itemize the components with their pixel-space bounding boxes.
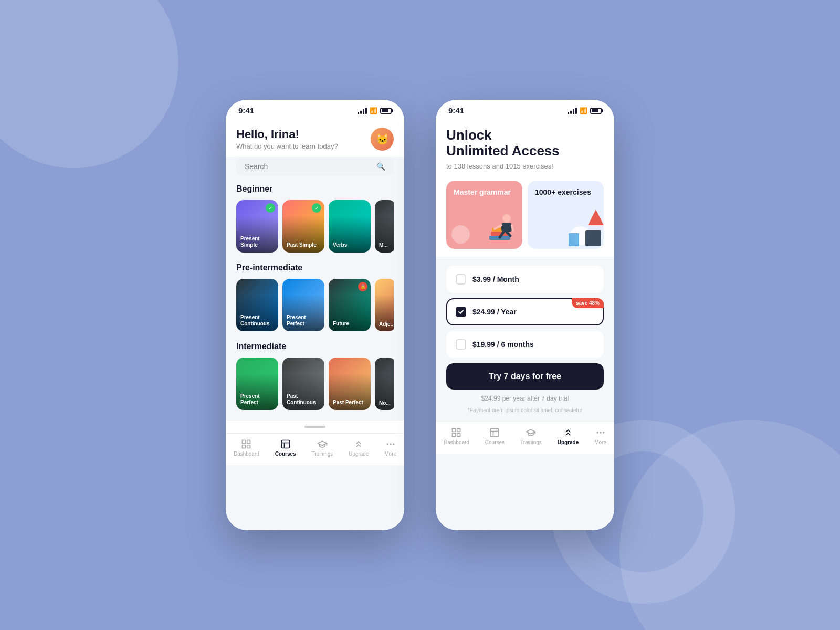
course-past-simple[interactable]: ✓ Past Simple (282, 200, 324, 253)
nav-upgrade-2[interactable]: Upgrade (558, 427, 579, 445)
course-future[interactable]: 🔒 Future (329, 279, 371, 331)
svg-point-32 (597, 432, 598, 433)
trainings-icon-2 (526, 427, 536, 438)
cta-button[interactable]: Try 7 days for free (446, 363, 604, 390)
courses-icon-2 (489, 427, 500, 438)
nav-courses-2[interactable]: Courses (485, 427, 505, 445)
svg-rect-1 (247, 440, 250, 444)
nav-label-courses-1: Courses (275, 451, 296, 457)
course-present-continuous[interactable]: Present Continuous (236, 279, 278, 331)
bg-decoration-1 (0, 0, 178, 168)
feature-cards: Master grammar (436, 181, 614, 257)
upgrade-icon-2 (563, 427, 573, 438)
svg-rect-14 (501, 223, 512, 232)
feature-card-grammar: Master grammar (446, 181, 522, 249)
pricing-yearly[interactable]: $24.99 / Year save 48% (446, 298, 604, 326)
nav-label-trainings-1: Trainings (312, 451, 333, 457)
phone1-header: Hello, Irina! What do you want to learn … (226, 119, 404, 157)
intermediate-cards: Present Perfect Past Continuous Past Per… (236, 358, 394, 410)
svg-rect-0 (243, 440, 246, 444)
feature-card-exercises: 1000+ exercises (528, 181, 604, 249)
svg-rect-2 (243, 445, 246, 448)
wifi-icon: 📶 (370, 107, 377, 114)
svg-rect-23 (453, 428, 456, 432)
screens-container: 9:41 📶 Hello, Irina! What do you want to… (226, 100, 614, 530)
course-present-perfect-int[interactable]: Present Perfect (236, 358, 278, 410)
nav-courses-1[interactable]: Courses (275, 439, 296, 457)
svg-rect-22 (569, 233, 579, 246)
save-badge: save 48% (572, 298, 604, 308)
nav-label-dashboard-2: Dashboard (444, 439, 469, 445)
nav-trainings-1[interactable]: Trainings (312, 439, 333, 457)
pricing-label-yearly: $24.99 / Year (472, 308, 517, 316)
svg-rect-27 (491, 428, 499, 436)
search-input[interactable] (245, 162, 372, 171)
course-label: Present Simple (240, 236, 274, 248)
svg-rect-3 (247, 445, 250, 448)
course-past-perfect[interactable]: Past Perfect (329, 358, 371, 410)
nav-trainings-2[interactable]: Trainings (520, 427, 542, 445)
course-label: Verbs (333, 242, 366, 248)
signal-icon (358, 108, 367, 114)
svg-point-9 (387, 444, 388, 445)
search-bar[interactable]: 🔍 (236, 157, 394, 176)
status-icons-1: 📶 (358, 107, 392, 114)
pricing-label-biannual: $19.99 / 6 months (472, 340, 534, 349)
svg-line-16 (512, 225, 513, 230)
nav-label-more-1: More (384, 451, 396, 457)
course-present-simple[interactable]: ✓ Present Simple (236, 200, 278, 253)
nav-dashboard-2[interactable]: Dashboard (444, 427, 469, 445)
nav-label-trainings-2: Trainings (520, 439, 542, 445)
status-bar-2: 9:41 📶 (436, 100, 614, 119)
course-verbs[interactable]: Verbs (329, 200, 371, 253)
status-icons-2: 📶 (568, 107, 602, 114)
pre-intermediate-section: Pre-intermediate Present Continuous Pres… (226, 263, 404, 335)
bottom-nav-1: Dashboard Courses Trainings Upgrade More (226, 433, 404, 465)
status-bar-1: 9:41 📶 (226, 100, 404, 119)
course-label: Present Perfect (287, 314, 320, 327)
course-past-continuous[interactable]: Past Continuous (282, 358, 324, 410)
search-icon: 🔍 (376, 162, 385, 171)
nav-label-more-2: More (594, 439, 606, 445)
svg-rect-24 (457, 428, 460, 432)
greeting-title: Hello, Irina! (236, 128, 338, 141)
greeting-subtitle: What do you want to learn today? (236, 142, 338, 150)
course-present-perfect-pre[interactable]: Present Perfect (282, 279, 324, 331)
dashboard-icon (241, 439, 251, 449)
bottom-nav-2: Dashboard Courses Trainings Upgrade More (436, 422, 614, 454)
battery-icon (380, 108, 392, 114)
pricing-biannual[interactable]: $19.99 / 6 months (446, 331, 604, 358)
svg-point-7 (390, 444, 391, 445)
course-label: Present Continuous (240, 314, 274, 327)
course-label: Past Perfect (333, 400, 366, 406)
user-avatar[interactable]: 🐱 (371, 128, 394, 151)
status-time-2: 9:41 (448, 106, 464, 115)
pricing-section: $3.99 / Month $24.99 / Year save 48% $19… (436, 257, 614, 422)
checkbox-monthly[interactable] (456, 274, 466, 285)
svg-rect-21 (585, 230, 601, 246)
svg-point-30 (600, 432, 601, 433)
upgrade-icon (353, 439, 364, 449)
course-more-int[interactable]: No... (375, 358, 394, 410)
signal-icon-2 (568, 108, 577, 114)
status-time-1: 9:41 (238, 106, 254, 115)
pricing-monthly[interactable]: $3.99 / Month (446, 266, 604, 293)
check-icon: ✓ (266, 203, 275, 213)
battery-icon-2 (590, 108, 602, 114)
course-more-1[interactable]: M... (375, 200, 394, 253)
pricing-label-monthly: $3.99 / Month (472, 275, 519, 284)
disclaimer-text: *Payment orem ipsum dolor sit amet, cons… (446, 407, 604, 413)
pre-intermediate-title: Pre-intermediate (236, 263, 394, 272)
course-label: Past Continuous (287, 393, 320, 406)
checkbox-biannual[interactable] (456, 339, 466, 350)
checkbox-yearly[interactable] (456, 307, 466, 317)
nav-dashboard-1[interactable]: Dashboard (234, 439, 259, 457)
phone-courses: 9:41 📶 Hello, Irina! What do you want to… (226, 100, 404, 530)
nav-more-2[interactable]: More (594, 427, 606, 445)
course-label: Present Perfect (240, 393, 274, 406)
exercises-illustration (564, 207, 604, 249)
svg-point-13 (502, 214, 511, 223)
nav-more-1[interactable]: More (384, 439, 396, 457)
nav-upgrade-1[interactable]: Upgrade (349, 439, 369, 457)
course-adjectives[interactable]: Adje... (375, 279, 394, 331)
